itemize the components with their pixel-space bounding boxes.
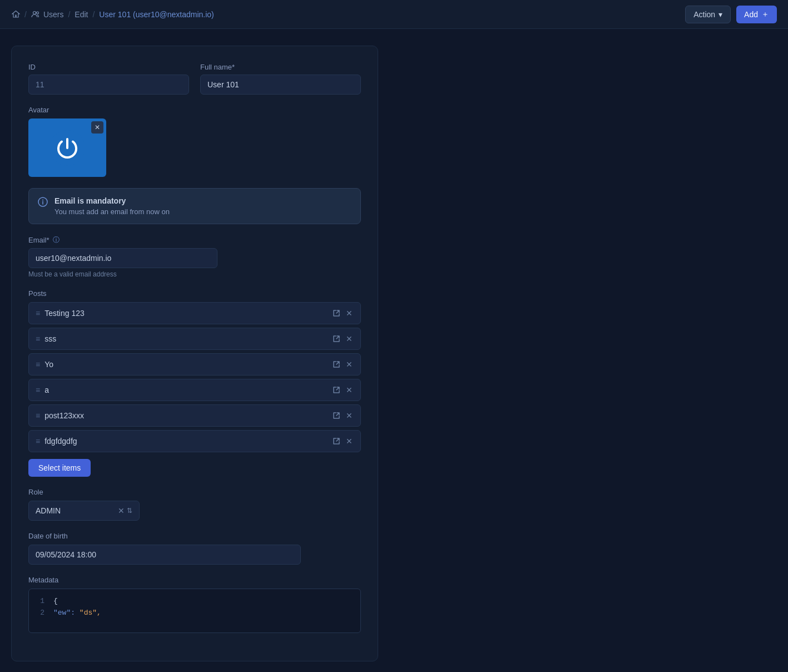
breadcrumb-current: User 101 (user10@nextadmin.io) xyxy=(99,10,214,19)
external-link-icon xyxy=(333,335,340,343)
avatar-section: Avatar ✕ xyxy=(28,106,361,177)
role-select-wrapper[interactable]: ADMIN ✕ ⇅ xyxy=(28,501,140,521)
email-info-icon[interactable]: ⓘ xyxy=(53,235,60,245)
post-actions: ✕ xyxy=(331,333,354,344)
post-actions: ✕ xyxy=(331,410,354,421)
breadcrumb-sep-2: / xyxy=(68,10,70,19)
email-hint: Must be a valid email address xyxy=(28,270,361,278)
svg-point-4 xyxy=(42,200,43,201)
post-link-button[interactable] xyxy=(331,308,341,318)
post-link-button[interactable] xyxy=(331,359,341,369)
home-icon xyxy=(11,10,20,19)
id-input[interactable] xyxy=(28,75,189,95)
breadcrumb-users-label: Users xyxy=(43,10,64,19)
svg-point-0 xyxy=(33,12,36,14)
post-actions: ✕ xyxy=(331,436,354,447)
external-link-icon xyxy=(333,360,340,368)
breadcrumb-edit-label: Edit xyxy=(75,10,88,19)
email-section: Email* ⓘ Must be a valid email address xyxy=(28,235,361,278)
post-item: ≡ Yo ✕ xyxy=(28,353,361,375)
post-remove-button[interactable]: ✕ xyxy=(345,333,354,344)
posts-label: Posts xyxy=(28,289,361,298)
topnav-actions: Action ▾ Add ＋ xyxy=(685,6,777,23)
svg-point-1 xyxy=(37,12,39,14)
action-button-label: Action xyxy=(693,10,715,19)
metadata-editor[interactable]: 1 { 2 "ew": "ds", xyxy=(28,589,361,633)
fullname-label: Full name* xyxy=(200,63,361,71)
post-link-button[interactable] xyxy=(331,385,341,395)
code-key: "ew": xyxy=(53,609,75,617)
code-lineno: 2 xyxy=(36,607,44,619)
avatar-svg xyxy=(49,130,85,166)
breadcrumb-home[interactable] xyxy=(11,10,20,19)
drag-handle-icon[interactable]: ≡ xyxy=(36,386,40,394)
drag-handle-icon[interactable]: ≡ xyxy=(36,411,40,420)
post-actions: ✕ xyxy=(331,359,354,370)
add-button[interactable]: Add ＋ xyxy=(736,6,777,23)
breadcrumb-sep-3: / xyxy=(92,10,95,19)
post-remove-button[interactable]: ✕ xyxy=(345,384,354,396)
code-val: "ds", xyxy=(80,609,101,617)
code-line-1: 1 { xyxy=(36,596,354,607)
post-link-button[interactable] xyxy=(331,436,341,446)
email-input[interactable] xyxy=(28,248,217,268)
dob-label: Date of birth xyxy=(28,532,361,540)
users-icon xyxy=(31,10,40,19)
avatar-wrapper: ✕ xyxy=(28,118,106,177)
post-item: ≡ Testing 123 ✕ xyxy=(28,302,361,324)
dob-section: Date of birth xyxy=(28,532,361,565)
select-items-button[interactable]: Select items xyxy=(28,459,91,477)
alert-text: Email is mandatory You must add an email… xyxy=(54,196,170,216)
alert-title: Email is mandatory xyxy=(54,196,170,205)
alert-description: You must add an email from now on xyxy=(54,207,170,216)
drag-handle-icon[interactable]: ≡ xyxy=(36,360,40,369)
avatar-remove-button[interactable]: ✕ xyxy=(91,121,103,134)
fullname-group: Full name* xyxy=(200,63,361,95)
code-lineno: 1 xyxy=(36,596,44,607)
post-remove-button[interactable]: ✕ xyxy=(345,436,354,447)
post-item: ≡ post123xxx ✕ xyxy=(28,404,361,427)
post-remove-button[interactable]: ✕ xyxy=(345,308,354,319)
post-actions: ✕ xyxy=(331,384,354,396)
post-link-button[interactable] xyxy=(331,411,341,421)
post-name: sss xyxy=(44,334,327,343)
posts-section: Posts ≡ Testing 123 ✕ ≡ sss xyxy=(28,289,361,477)
code-brace: { xyxy=(53,596,58,607)
main-content: ID Full name* Avatar xyxy=(0,29,788,672)
id-fullname-row: ID Full name* xyxy=(28,63,361,95)
role-value: ADMIN xyxy=(36,506,118,515)
drag-handle-icon[interactable]: ≡ xyxy=(36,309,40,318)
post-item: ≡ sss ✕ xyxy=(28,328,361,350)
role-section: Role ADMIN ✕ ⇅ xyxy=(28,488,361,521)
role-clear-button[interactable]: ✕ xyxy=(118,506,125,515)
external-link-icon xyxy=(333,386,340,394)
close-icon: ✕ xyxy=(95,123,100,131)
post-remove-button[interactable]: ✕ xyxy=(345,359,354,370)
post-name: Testing 123 xyxy=(44,309,327,318)
breadcrumb-users[interactable]: Users xyxy=(31,10,64,19)
post-link-button[interactable] xyxy=(331,334,341,344)
post-name: fdgfdgdfg xyxy=(44,437,327,446)
fullname-input[interactable] xyxy=(200,75,361,95)
post-remove-button[interactable]: ✕ xyxy=(345,410,354,421)
id-label: ID xyxy=(28,63,189,71)
breadcrumb-sep-1: / xyxy=(24,10,27,19)
chevron-updown-icon: ⇅ xyxy=(127,507,132,515)
alert-mandatory: Email is mandatory You must add an email… xyxy=(28,188,361,224)
drag-handle-icon[interactable]: ≡ xyxy=(36,334,40,343)
post-item: ≡ a ✕ xyxy=(28,379,361,401)
breadcrumb-edit[interactable]: Edit xyxy=(75,10,88,19)
action-button[interactable]: Action ▾ xyxy=(685,6,731,23)
post-name: a xyxy=(44,386,327,394)
drag-handle-icon[interactable]: ≡ xyxy=(36,437,40,446)
breadcrumb: / Users / Edit / User 101 (user10@nextad… xyxy=(11,10,214,19)
form-card: ID Full name* Avatar xyxy=(11,46,378,661)
external-link-icon xyxy=(333,437,340,445)
metadata-label: Metadata xyxy=(28,576,361,584)
chevron-down-icon: ▾ xyxy=(718,10,722,19)
post-item: ≡ fdgfdgdfg ✕ xyxy=(28,430,361,452)
role-label: Role xyxy=(28,488,361,496)
post-actions: ✕ xyxy=(331,308,354,319)
dob-input[interactable] xyxy=(28,545,301,565)
external-link-icon xyxy=(333,309,340,317)
